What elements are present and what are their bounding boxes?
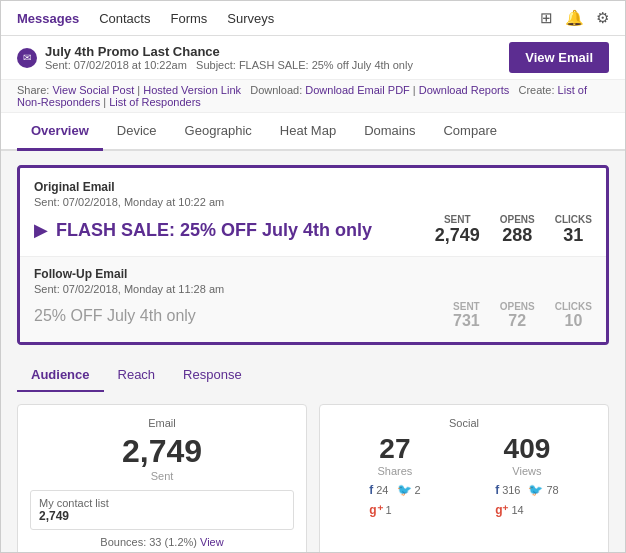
followup-opens-label: OPENS [500,301,535,312]
sub-tabs: Audience Reach Response [17,359,609,392]
main-content: Original Email Sent: 07/02/2018, Monday … [1,151,625,552]
nav-contacts[interactable]: Contacts [99,11,150,26]
followup-opens-value: 72 [500,312,535,330]
hosted-version-link[interactable]: Hosted Version Link [143,84,241,96]
tw-views: 🐦 78 [528,483,558,497]
original-email-label: Original Email [34,180,592,194]
gp-shares: g⁺ 1 [369,503,391,517]
facebook-icon: f [369,483,373,497]
views-icons-row: f 316 🐦 78 [495,483,559,497]
sub-tab-reach[interactable]: Reach [104,359,170,392]
gp-shares-count: 1 [386,504,392,516]
followup-email-section: Follow-Up Email Sent: 07/02/2018, Monday… [20,257,606,342]
campaign-header: ✉ July 4th Promo Last Chance Sent: 07/02… [1,36,625,80]
campaign-info: ✉ July 4th Promo Last Chance Sent: 07/02… [17,44,413,71]
share-bar: Share: View Social Post | Hosted Version… [1,80,625,113]
gp-views: g⁺ 14 [495,503,524,517]
bounces-view-link[interactable]: View [200,536,224,548]
download-label: Download: [250,84,302,96]
original-email-subject: FLASH SALE: 25% OFF July 4th only [56,220,372,241]
tab-device[interactable]: Device [103,113,171,151]
fb-shares: f 24 [369,483,388,497]
envelope-icon: ✉ [23,52,31,63]
original-clicks-label: CLICKS [555,214,592,225]
followup-email-subject-row: 25% OFF July 4th only SENT 731 OPENS 72 … [34,301,592,330]
gp-shares-row: g⁺ 1 [369,503,420,517]
followup-sent-stat: SENT 731 [453,301,480,330]
followup-sent-label: SENT [453,301,480,312]
download-pdf-link[interactable]: Download Email PDF [305,84,410,96]
puzzle-icon[interactable]: ⊞ [540,9,553,27]
social-section: 27 Shares f 24 🐦 2 [332,433,596,517]
twitter-views-icon: 🐦 [528,483,543,497]
original-sent-stat: SENT 2,749 [435,214,480,246]
facebook-views-icon: f [495,483,499,497]
original-clicks-stat: CLICKS 31 [555,214,592,246]
tab-geographic[interactable]: Geographic [171,113,266,151]
original-opens-stat: OPENS 288 [500,214,535,246]
social-stats-card: Social 27 Shares f 24 🐦 2 [319,404,609,552]
main-tabs: Overview Device Geographic Heat Map Doma… [1,113,625,151]
original-email-date: Sent: 07/02/2018, Monday at 10:22 am [34,196,592,208]
bounces-text: Bounces: 33 (1.2%) [100,536,197,548]
tab-domains[interactable]: Domains [350,113,429,151]
original-email-subject-row: ▶ FLASH SALE: 25% OFF July 4th only SENT… [34,214,592,246]
contact-list-count: 2,749 [39,509,285,523]
fb-views-count: 316 [502,484,520,496]
tab-overview[interactable]: Overview [17,113,103,151]
googleplus-views-icon: g⁺ [495,503,508,517]
email-big-number: 2,749 [30,433,294,470]
view-social-link[interactable]: View Social Post [52,84,134,96]
twitter-icon: 🐦 [397,483,412,497]
original-email-stats: SENT 2,749 OPENS 288 CLICKS 31 [435,214,592,246]
original-opens-value: 288 [500,225,535,246]
email-cards: Original Email Sent: 07/02/2018, Monday … [17,165,609,345]
gp-views-count: 14 [511,504,523,516]
googleplus-icon: g⁺ [369,503,382,517]
campaign-title: July 4th Promo Last Chance [45,44,413,59]
followup-email-label: Follow-Up Email [34,267,592,281]
followup-opens-stat: OPENS 72 [500,301,535,330]
download-reports-link[interactable]: Download Reports [419,84,510,96]
fb-shares-count: 24 [376,484,388,496]
tw-views-count: 78 [546,484,558,496]
views-label: Views [495,465,559,477]
stats-cards: Email 2,749 Sent My contact list 2,749 B… [17,404,609,552]
email-card-title: Email [30,417,294,429]
contact-list-box: My contact list 2,749 [30,490,294,530]
original-sent-value: 2,749 [435,225,480,246]
sub-tab-response[interactable]: Response [169,359,256,392]
nav-items: Messages Contacts Forms Surveys [17,11,274,26]
followup-clicks-value: 10 [555,312,592,330]
original-clicks-value: 31 [555,225,592,246]
tab-heatmap[interactable]: Heat Map [266,113,350,151]
social-card-title: Social [332,417,596,429]
original-sent-label: SENT [435,214,480,225]
gp-views-row: g⁺ 14 [495,503,559,517]
campaign-details: July 4th Promo Last Chance Sent: 07/02/2… [45,44,413,71]
followup-clicks-stat: CLICKS 10 [555,301,592,330]
view-email-button[interactable]: View Email [509,42,609,73]
nav-messages[interactable]: Messages [17,11,79,26]
create-label: Create: [518,84,554,96]
bell-icon[interactable]: 🔔 [565,9,584,27]
shares-stat: 27 Shares f 24 🐦 2 [369,433,420,517]
followup-clicks-label: CLICKS [555,301,592,312]
fb-views: f 316 [495,483,520,497]
email-sub-label: Sent [30,470,294,482]
followup-email-date: Sent: 07/02/2018, Monday at 11:28 am [34,283,592,295]
nav-forms[interactable]: Forms [170,11,207,26]
views-stat: 409 Views f 316 🐦 78 [495,433,559,517]
email-stats-card: Email 2,749 Sent My contact list 2,749 B… [17,404,307,552]
responders-link[interactable]: List of Responders [109,96,201,108]
shares-value: 27 [369,433,420,465]
nav-surveys[interactable]: Surveys [227,11,274,26]
share-label: Share: [17,84,49,96]
top-nav: Messages Contacts Forms Surveys ⊞ 🔔 ⚙ [1,1,625,36]
sub-tab-audience[interactable]: Audience [17,359,104,392]
followup-email-stats: SENT 731 OPENS 72 CLICKS 10 [453,301,592,330]
original-email-section: Original Email Sent: 07/02/2018, Monday … [20,168,606,256]
tab-compare[interactable]: Compare [429,113,510,151]
gear-icon[interactable]: ⚙ [596,9,609,27]
contact-list-name: My contact list [39,497,285,509]
